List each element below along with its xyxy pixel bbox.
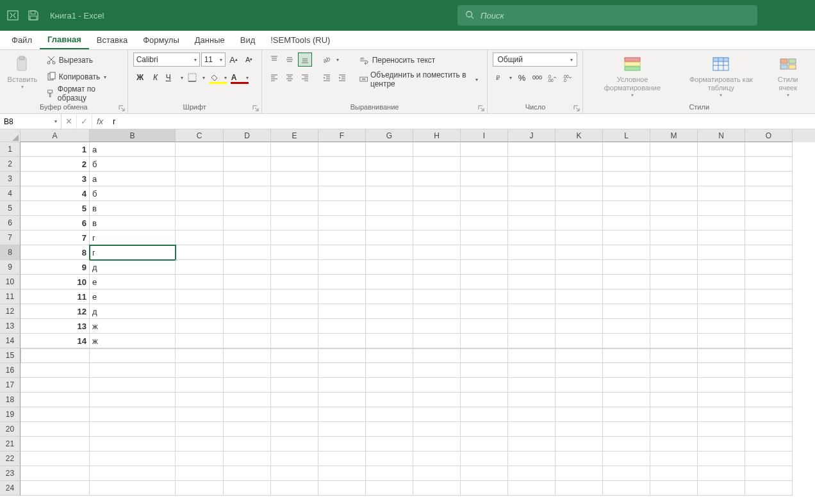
cell-I14[interactable] <box>461 334 508 348</box>
cell-C15[interactable] <box>176 348 224 363</box>
format-painter-button[interactable]: Формат по образцу <box>42 86 122 101</box>
font-size-select[interactable]: 11▾ <box>201 53 226 67</box>
cell-M13[interactable] <box>650 319 698 334</box>
cell-M10[interactable] <box>650 275 698 289</box>
cell-E7[interactable] <box>271 231 318 245</box>
cell-N12[interactable] <box>698 304 745 319</box>
cell-O3[interactable] <box>745 172 793 186</box>
cell-L13[interactable] <box>603 319 650 334</box>
cell-B13[interactable]: ж <box>90 319 176 334</box>
copy-button[interactable]: Копировать <box>42 69 122 85</box>
cell-M9[interactable] <box>650 260 698 275</box>
cell-B5[interactable]: в <box>90 201 176 216</box>
cell-F6[interactable] <box>318 216 366 231</box>
cell-H14[interactable] <box>413 334 461 348</box>
cell-L6[interactable] <box>603 216 650 231</box>
col-header-O[interactable]: O <box>745 129 793 142</box>
col-header-I[interactable]: I <box>461 129 508 142</box>
col-header-L[interactable]: L <box>603 129 650 142</box>
cell-C19[interactable] <box>176 407 224 422</box>
cell-A19[interactable] <box>21 407 90 422</box>
cell-C20[interactable] <box>176 422 224 437</box>
cell-I2[interactable] <box>461 157 508 172</box>
percent-button[interactable]: % <box>515 70 529 85</box>
row-header-24[interactable]: 24 <box>0 481 21 496</box>
cell-A9[interactable]: 9 <box>21 260 90 275</box>
cell-A18[interactable] <box>21 393 90 407</box>
cell-O12[interactable] <box>745 304 793 319</box>
cell-L23[interactable] <box>603 466 650 481</box>
cell-F10[interactable] <box>318 275 366 289</box>
cell-M11[interactable] <box>650 289 698 304</box>
increase-indent-button[interactable] <box>335 70 349 85</box>
cell-N18[interactable] <box>698 393 745 407</box>
cell-J21[interactable] <box>508 437 556 451</box>
cell-F24[interactable] <box>318 481 366 496</box>
fill-color-button[interactable] <box>208 70 228 85</box>
cell-L7[interactable] <box>603 231 650 245</box>
cell-L18[interactable] <box>603 393 650 407</box>
cell-G21[interactable] <box>366 437 413 451</box>
underline-button[interactable]: Ч <box>164 70 185 85</box>
cell-F14[interactable] <box>318 334 366 348</box>
cell-I18[interactable] <box>461 393 508 407</box>
cell-C14[interactable] <box>176 334 224 348</box>
cell-E5[interactable] <box>271 201 318 216</box>
cell-N8[interactable] <box>698 245 745 260</box>
cell-D15[interactable] <box>224 348 271 363</box>
cell-F1[interactable] <box>318 142 366 157</box>
cell-C8[interactable] <box>176 245 224 260</box>
cell-N5[interactable] <box>698 201 745 216</box>
decrease-indent-button[interactable] <box>320 70 334 85</box>
cell-G9[interactable] <box>366 260 413 275</box>
increase-decimal-button[interactable]: .0.00 <box>545 70 559 85</box>
cell-D18[interactable] <box>224 393 271 407</box>
cell-N9[interactable] <box>698 260 745 275</box>
cell-O2[interactable] <box>745 157 793 172</box>
cell-D12[interactable] <box>224 304 271 319</box>
cell-I20[interactable] <box>461 422 508 437</box>
cell-C22[interactable] <box>176 451 224 466</box>
cell-N4[interactable] <box>698 186 745 201</box>
increase-font-button[interactable]: A▴ <box>227 53 241 67</box>
bold-button[interactable]: Ж <box>133 70 147 85</box>
cell-K16[interactable] <box>556 363 603 378</box>
cell-O10[interactable] <box>745 275 793 289</box>
col-header-K[interactable]: K <box>556 129 603 142</box>
col-header-B[interactable]: B <box>90 129 176 142</box>
alignment-dialog-launcher[interactable] <box>478 104 486 112</box>
row-header-5[interactable]: 5 <box>0 201 21 216</box>
cell-N6[interactable] <box>698 216 745 231</box>
row-header-13[interactable]: 13 <box>0 319 21 334</box>
cell-B11[interactable]: е <box>90 289 176 304</box>
decrease-font-button[interactable]: A▾ <box>242 53 256 67</box>
cell-K12[interactable] <box>556 304 603 319</box>
cell-L1[interactable] <box>603 142 650 157</box>
cell-D16[interactable] <box>224 363 271 378</box>
cell-A12[interactable]: 12 <box>21 304 90 319</box>
cell-O5[interactable] <box>745 201 793 216</box>
cell-C6[interactable] <box>176 216 224 231</box>
tab-data[interactable]: Данные <box>187 31 233 49</box>
col-header-N[interactable]: N <box>698 129 745 142</box>
row-header-18[interactable]: 18 <box>0 393 21 407</box>
col-header-H[interactable]: H <box>413 129 461 142</box>
cell-F17[interactable] <box>318 378 366 393</box>
cell-N13[interactable] <box>698 319 745 334</box>
cell-B14[interactable]: ж <box>90 334 176 348</box>
cell-C1[interactable] <box>176 142 224 157</box>
cell-C10[interactable] <box>176 275 224 289</box>
cell-K5[interactable] <box>556 201 603 216</box>
cell-O4[interactable] <box>745 186 793 201</box>
cell-F16[interactable] <box>318 363 366 378</box>
cell-C24[interactable] <box>176 481 224 496</box>
cell-L3[interactable] <box>603 172 650 186</box>
row-header-20[interactable]: 20 <box>0 422 21 437</box>
cell-H17[interactable] <box>413 378 461 393</box>
cell-F21[interactable] <box>318 437 366 451</box>
cell-B8[interactable]: г <box>90 245 176 260</box>
cell-M15[interactable] <box>650 348 698 363</box>
cell-J12[interactable] <box>508 304 556 319</box>
cell-E21[interactable] <box>271 437 318 451</box>
cell-E20[interactable] <box>271 422 318 437</box>
